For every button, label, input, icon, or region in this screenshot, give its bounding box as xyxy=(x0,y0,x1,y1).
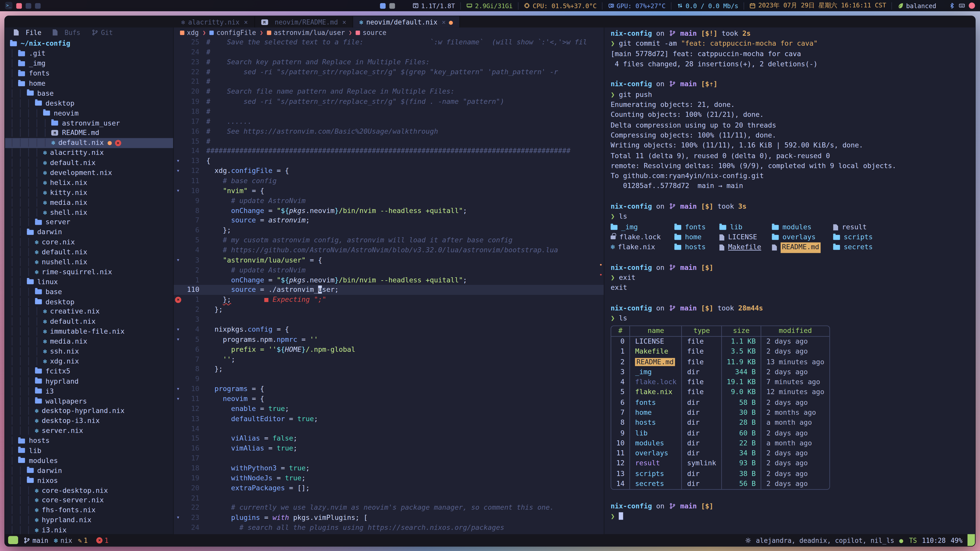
editor-line[interactable]: 5 # my cusotm astronvim config, astronvi… xyxy=(174,236,604,246)
terminal-pane[interactable]: nix-config on main [$!] took 2s❯ git com… xyxy=(604,27,975,534)
tree-item[interactable]: │ │ │ │ ❄alacritty.nix xyxy=(5,148,173,158)
editor-buffer[interactable]: 25# Save the selected text to a file: `:… xyxy=(174,38,604,534)
explorer-tab-bufs[interactable]: Bufs xyxy=(52,29,80,36)
explorer-tab-file[interactable]: File xyxy=(14,29,41,36)
editor-line[interactable]: ▾11 neovim = { xyxy=(174,394,604,404)
editor-line[interactable]: 18# xyxy=(174,107,604,117)
editor-line[interactable]: 8 }; xyxy=(174,365,604,375)
editor-line[interactable]: 19# sed -ri "s/pattern_str/replace_str/g… xyxy=(174,97,604,107)
tree-item[interactable]: │ .git xyxy=(5,49,173,59)
tree-item[interactable]: │ │ │ wallpapers xyxy=(5,396,173,406)
explorer-tab-git[interactable]: Git xyxy=(92,29,113,36)
editor-line[interactable]: 9 # update AstroNvim xyxy=(174,196,604,206)
tree-item[interactable]: │ │ │ ❄hyprland.nix xyxy=(5,515,173,525)
editor-line[interactable]: 9 xyxy=(174,374,604,384)
editor-line[interactable]: ▾23 plugins = with pkgs.vimPlugins; [ xyxy=(174,513,604,523)
editor-line[interactable]: 21 xyxy=(174,493,604,503)
editor-line[interactable]: ×1 }; ■ Expecting ";" xyxy=(174,295,604,305)
tree-item[interactable]: │ home xyxy=(5,78,173,88)
workspace-1[interactable] xyxy=(16,3,22,8)
close-icon[interactable]: × xyxy=(342,18,346,25)
tree-item[interactable]: │ │ │ │ ❄default.nix xyxy=(5,158,173,168)
editor-line[interactable]: 7 source = astronvim; xyxy=(174,216,604,226)
tree-item[interactable]: │ fonts xyxy=(5,68,173,79)
tree-item[interactable]: │ │ │ │ ❄helix.nix xyxy=(5,178,173,188)
editor-line[interactable]: 14######################################… xyxy=(174,146,604,156)
tree-item[interactable]: │ modules xyxy=(5,456,173,465)
tree-item[interactable]: │ │ │ │ ❄creative.nix xyxy=(5,307,173,317)
editor-line[interactable]: 6 }; xyxy=(174,226,604,236)
tree-item[interactable]: │ │ │ desktop xyxy=(5,98,173,108)
editor-line[interactable]: 16# See https://astronvim.com/Basic%20Us… xyxy=(174,127,604,137)
tree-item[interactable]: │ │ │ fcitx5 xyxy=(5,366,173,376)
editor-line[interactable]: 3 xyxy=(174,315,604,325)
tree-item[interactable]: │ │ │ │ ❄xdg.nix xyxy=(5,356,173,366)
editor-line[interactable]: 15# xyxy=(174,137,604,146)
workspace-3[interactable] xyxy=(35,3,41,8)
breadcrumb-item[interactable]: source xyxy=(356,29,387,36)
editor-line[interactable]: 25# Save the selected text to a file: `:… xyxy=(174,38,604,48)
tree-item[interactable]: │ │ │ ❄desktop-i3.nix xyxy=(5,416,173,426)
editor-pane[interactable]: xdg ❯ configFile ❯ astronvim/lua/user ❯ … xyxy=(174,27,604,534)
tree-item[interactable]: │ │ │ base xyxy=(5,287,173,297)
editor-line[interactable]: 12 enable = true; xyxy=(174,404,604,414)
tree-item[interactable]: │ │ │ │ ❄kitty.nix xyxy=(5,188,173,198)
tray-icon-1[interactable] xyxy=(380,3,385,8)
app-launcher-icon[interactable]: >_ xyxy=(5,2,13,9)
tree-item[interactable]: │ │ │ │ ❄media.nix xyxy=(5,337,173,346)
editor-line[interactable]: 20# Search file name pattern and Replace… xyxy=(174,87,604,97)
tree-item[interactable]: │ │ │ server xyxy=(5,218,173,227)
tree-item[interactable]: │ │ │ ❄nushell.nix xyxy=(5,257,173,267)
tree-item[interactable]: │ │ │ desktop xyxy=(5,297,173,307)
tree-item[interactable]: │ │ │ ❄i3.nix xyxy=(5,525,173,534)
tree-item[interactable]: │ │ linux xyxy=(5,277,173,287)
editor-line[interactable]: 17 xyxy=(174,454,604,464)
editor-line[interactable]: 21# xyxy=(174,77,604,87)
tree-item[interactable]: │ │ │ i3 xyxy=(5,386,173,396)
tree-item[interactable]: │ │ │ │ ❄development.nix xyxy=(5,168,173,178)
tree-item[interactable]: │ │ │ │ │ astronvim_user xyxy=(5,118,173,128)
editor-line[interactable]: ▾12 xdg.configFile = { xyxy=(174,166,604,176)
tree-item[interactable]: │ │ │ ❄core-desktop.nix xyxy=(5,486,173,495)
editor-line[interactable]: 13 defaultEditor = true; xyxy=(174,414,604,424)
editor-line[interactable]: 19 withNodeJs = true; xyxy=(174,473,604,483)
editor-line[interactable]: 110 source = ./astronvim_user; xyxy=(174,285,604,295)
editor-line[interactable]: 4 # https://github.com/AstroNvim/AstroNv… xyxy=(174,246,604,256)
editor-line[interactable]: ▾13{ xyxy=(174,156,604,166)
editor-line[interactable]: 24 # search all the plugins using https:… xyxy=(174,523,604,533)
tree-item[interactable]: │ │ │ │ ❄ssh.nix xyxy=(5,346,173,356)
notification-icon[interactable] xyxy=(969,3,975,9)
tree-item[interactable]: │ │ darwin xyxy=(5,465,173,475)
editor-line[interactable]: ▾10 "nvim" = { xyxy=(174,186,604,196)
editor-line[interactable]: 2 # update AstroNvim xyxy=(174,265,604,275)
tree-item[interactable]: │ │ │ │ ❄shell.nix xyxy=(5,207,173,218)
tab-alacritty-nix[interactable]: ❄ alacritty.nix × xyxy=(175,16,255,27)
tree-item[interactable]: │ │ │ ❄server.nix xyxy=(5,426,173,436)
workspace-2[interactable] xyxy=(25,3,31,8)
tab-neovim-readme[interactable]: M neovim/README.md × xyxy=(255,16,353,27)
tree-item[interactable]: │ _img xyxy=(5,59,173,68)
editor-line[interactable]: ▾10 programs = { xyxy=(174,384,604,394)
editor-line[interactable]: 20 extraPackages = []; xyxy=(174,483,604,493)
tree-item[interactable]: │ │ │ │ │ MREADME.md xyxy=(5,128,173,138)
tree-item[interactable]: │ │ │ ❄rime-squirrel.nix xyxy=(5,267,173,277)
editor-line[interactable]: 15 viAlias = false; xyxy=(174,434,604,444)
power-profile-module[interactable]: balanced xyxy=(897,2,936,9)
editor-line[interactable]: 24# xyxy=(174,48,604,57)
tree-item[interactable]: │ │ │ ❄core.nix xyxy=(5,237,173,247)
breadcrumb-item[interactable]: xdg xyxy=(180,29,199,36)
tree-item[interactable]: ~/nix-config xyxy=(5,39,173,49)
editor-line[interactable]: 23# Search key pattern and Replace in Mu… xyxy=(174,57,604,67)
editor-line[interactable]: 16 vimAlias = true; xyxy=(174,444,604,454)
tree-item[interactable]: │ │ │ │ ❄media.nix xyxy=(5,197,173,207)
editor-line[interactable]: 8 onChange = "${pkgs.neovim}/bin/nvim --… xyxy=(174,206,604,216)
tree-item[interactable]: │ │ │ │ neovim xyxy=(5,108,173,118)
tree-item[interactable]: │ lib xyxy=(5,446,173,456)
editor-line[interactable]: ▾4 nixpkgs.config = { xyxy=(174,325,604,335)
tree-item[interactable]: │ │ │ hyprland xyxy=(5,376,173,386)
tree-item[interactable]: │ │ │ ❄default.nix xyxy=(5,247,173,257)
tree-item[interactable]: │ │ │ │ ❄default.nix xyxy=(5,317,173,327)
bluetooth-icon[interactable] xyxy=(949,2,955,9)
editor-line[interactable]: 22# sed -ri "s/pattern_str/replace_str/g… xyxy=(174,67,604,77)
breadcrumb-item[interactable]: configFile xyxy=(210,29,256,36)
